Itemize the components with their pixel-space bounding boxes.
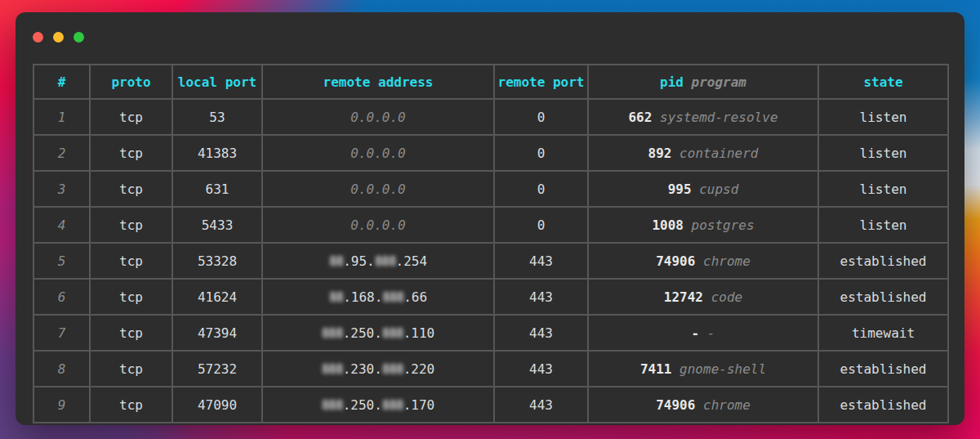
col-header-proto: proto xyxy=(90,65,172,99)
program-name: code xyxy=(711,289,743,305)
cell-proto: tcp xyxy=(90,315,172,351)
cell-proto: tcp xyxy=(90,135,172,171)
cell-remote-address: 0.0.0.0 xyxy=(262,207,494,243)
cell-pid-program: 662 systemd-resolve xyxy=(588,99,818,135)
cell-proto: tcp xyxy=(90,351,172,387)
connections-table: # proto local port remote address remote… xyxy=(33,64,949,423)
cell-remote-address: 0.0.0.0 xyxy=(262,171,494,207)
address-segment: .230. xyxy=(343,361,382,377)
table-body: 1tcp530.0.0.00662 systemd-resolvelisten2… xyxy=(33,99,948,423)
program-name: chrome xyxy=(703,253,751,269)
maximize-button[interactable] xyxy=(74,32,84,43)
program-name: systemd-resolve xyxy=(660,110,778,125)
redacted-octet: 88 xyxy=(329,289,343,305)
address-segment: 0.0.0.0 xyxy=(350,217,405,233)
redacted-octet: 888 xyxy=(322,361,343,377)
pid-value: 662 xyxy=(628,110,652,125)
terminal-window: # proto local port remote address remote… xyxy=(16,12,964,425)
cell-remote-address: 888.250.888.110 xyxy=(262,315,494,351)
address-segment: .250. xyxy=(343,325,382,341)
address-segment: .110 xyxy=(403,325,435,341)
pid-value: 74906 xyxy=(656,253,695,269)
cell-local-port: 5433 xyxy=(172,207,262,243)
cell-state: established xyxy=(818,243,948,279)
cell-proto: tcp xyxy=(90,387,172,423)
table-row: 7tcp47394888.250.888.110443- -timewait xyxy=(33,315,948,351)
col-header-program: program xyxy=(692,74,746,90)
cell-remote-port: 443 xyxy=(494,315,588,351)
cell-proto: tcp xyxy=(90,207,172,243)
cell-local-port: 47394 xyxy=(172,315,262,351)
cell-local-port: 53 xyxy=(172,99,262,135)
pid-value: 1008 xyxy=(652,217,684,233)
address-segment: .168. xyxy=(343,289,382,305)
address-segment: .254 xyxy=(396,253,428,269)
cell-remote-address: 88.168.888.66 xyxy=(262,279,494,315)
table-row: 5tcp5332888.95.888.25444374906 chromeest… xyxy=(33,243,948,279)
redacted-octet: 888 xyxy=(382,361,403,377)
cell-remote-port: 443 xyxy=(494,243,588,279)
pid-value: 7411 xyxy=(640,361,672,377)
cell-index: 6 xyxy=(33,279,90,315)
col-header-index: # xyxy=(33,65,90,99)
address-segment: .95. xyxy=(343,253,375,269)
cell-remote-port: 443 xyxy=(494,387,588,423)
cell-remote-port: 0 xyxy=(494,171,588,207)
redacted-octet: 888 xyxy=(382,289,403,305)
cell-index: 5 xyxy=(33,243,90,279)
cell-state: listen xyxy=(818,135,948,171)
cell-local-port: 53328 xyxy=(172,243,262,279)
col-header-remote-address: remote address xyxy=(262,65,494,99)
program-name: chrome xyxy=(703,397,751,413)
program-name: gnome-shell xyxy=(679,361,766,377)
cell-local-port: 631 xyxy=(172,171,262,207)
cell-index: 4 xyxy=(33,207,90,243)
cell-index: 8 xyxy=(33,351,90,387)
close-button[interactable] xyxy=(33,32,43,43)
table-row: 3tcp6310.0.0.00995 cupsdlisten xyxy=(33,171,948,207)
cell-remote-address: 88.95.888.254 xyxy=(262,243,494,279)
table-header-row: # proto local port remote address remote… xyxy=(33,65,948,99)
pid-value: 74906 xyxy=(656,397,695,413)
cell-local-port: 41624 xyxy=(172,279,262,315)
program-name: postgres xyxy=(692,217,755,233)
table-row: 6tcp4162488.168.888.6644312742 codeestab… xyxy=(33,279,948,315)
cell-state: timewait xyxy=(818,315,948,351)
cell-local-port: 41383 xyxy=(172,135,262,171)
cell-pid-program: - - xyxy=(588,315,818,351)
cell-index: 1 xyxy=(33,99,90,135)
pid-value: 12742 xyxy=(664,289,703,305)
window-controls xyxy=(33,32,84,43)
address-segment: .66 xyxy=(403,289,427,305)
cell-pid-program: 12742 code xyxy=(588,279,818,315)
table-row: 4tcp54330.0.0.001008 postgreslisten xyxy=(33,207,948,243)
cell-remote-port: 0 xyxy=(494,135,588,171)
cell-pid-program: 892 containerd xyxy=(588,135,818,171)
col-header-pid-program: pid program xyxy=(588,65,818,99)
cell-proto: tcp xyxy=(90,99,172,135)
cell-remote-port: 443 xyxy=(494,351,588,387)
cell-pid-program: 995 cupsd xyxy=(588,171,818,207)
cell-pid-program: 74906 chrome xyxy=(588,387,818,423)
cell-index: 7 xyxy=(33,315,90,351)
cell-index: 9 xyxy=(33,387,90,423)
cell-index: 2 xyxy=(33,135,90,171)
col-header-state: state xyxy=(818,65,948,99)
address-segment: 0.0.0.0 xyxy=(350,181,405,197)
table-row: 2tcp413830.0.0.00892 containerdlisten xyxy=(33,135,948,171)
cell-pid-program: 1008 postgres xyxy=(588,207,818,243)
redacted-octet: 88 xyxy=(329,253,343,269)
minimize-button[interactable] xyxy=(53,32,64,43)
address-segment: 0.0.0.0 xyxy=(350,146,405,161)
redacted-octet: 888 xyxy=(382,325,403,341)
cell-index: 3 xyxy=(33,171,90,207)
table-row: 1tcp530.0.0.00662 systemd-resolvelisten xyxy=(33,99,948,135)
address-segment: .170 xyxy=(403,397,435,413)
cell-remote-port: 443 xyxy=(494,279,588,315)
redacted-octet: 888 xyxy=(322,325,343,341)
cell-remote-address: 0.0.0.0 xyxy=(262,99,494,135)
cell-state: listen xyxy=(818,99,948,135)
col-header-remote-port: remote port xyxy=(494,65,588,99)
table-row: 9tcp47090888.250.888.17044374906 chromee… xyxy=(33,387,948,423)
redacted-octet: 888 xyxy=(375,253,396,269)
